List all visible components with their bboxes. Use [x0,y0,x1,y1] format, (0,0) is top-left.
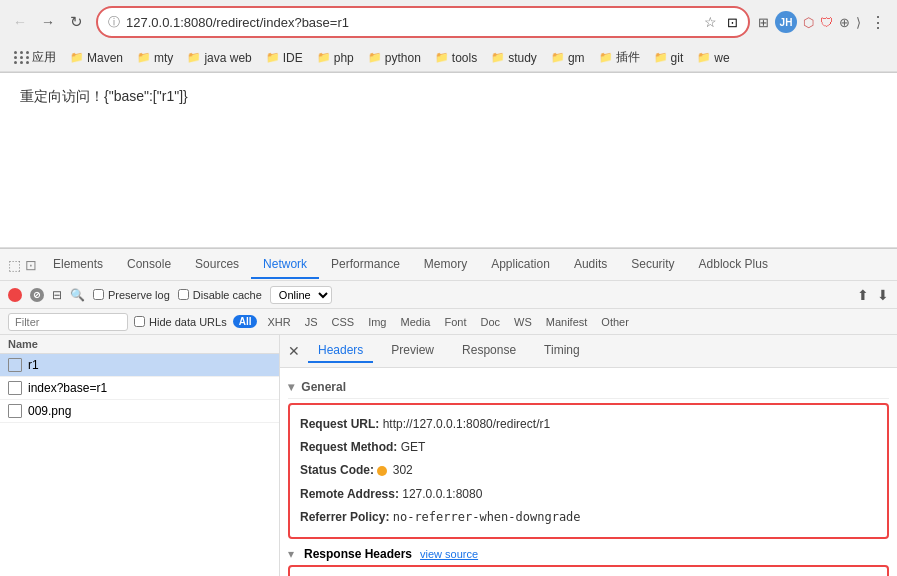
tab-performance[interactable]: Performance [319,251,412,279]
preserve-log-checkbox[interactable]: Preserve log [93,289,170,301]
filter-bar: Hide data URLs All XHR JS CSS Img Media … [0,309,897,335]
filter-font[interactable]: Font [440,315,470,329]
tab-sources[interactable]: Sources [183,251,251,279]
folder-icon: 📁 [551,51,565,64]
ext1-icon[interactable]: ⊞ [758,15,769,30]
all-filter-badge[interactable]: All [233,315,258,328]
detail-tab-headers[interactable]: Headers [308,339,373,363]
filter-img[interactable]: Img [364,315,390,329]
general-info-box: Request URL: http://127.0.0.1:8080/redir… [288,403,889,539]
user-avatar[interactable]: JH [775,11,797,33]
redirect-message: 重定向访问！{"base":["r1"]} [20,88,877,106]
collapse-icon[interactable]: ▾ [288,547,294,561]
bookmark-we[interactable]: 📁 we [691,49,735,67]
network-toolbar: ⊘ ⊟ 🔍 Preserve log Disable cache Online … [0,281,897,309]
reload-button[interactable]: ↻ [64,10,88,34]
bookmark-tools[interactable]: 📁 tools [429,49,483,67]
tab-adblock[interactable]: Adblock Plus [687,251,780,279]
detail-tab-timing[interactable]: Timing [534,339,590,363]
filter-js[interactable]: JS [301,315,322,329]
bookmark-javaweb[interactable]: 📁 java web [181,49,257,67]
view-source-link[interactable]: view source [420,548,478,560]
select-element-icon[interactable]: ⬚ [8,257,21,273]
name-column-header: Name [8,338,38,350]
tab-elements[interactable]: Elements [41,251,115,279]
import-button[interactable]: ⬆ [857,287,869,303]
qr-icon[interactable]: ⊡ [727,15,738,30]
filter-manifest[interactable]: Manifest [542,315,592,329]
tab-network[interactable]: Network [251,251,319,279]
folder-icon: 📁 [654,51,668,64]
response-headers-label: Response Headers [304,547,412,561]
ext3-icon[interactable]: 🛡 [820,15,833,30]
bookmark-maven[interactable]: 📁 Maven [64,49,129,67]
status-indicator [377,466,387,476]
detail-content: ▾ General Request URL: http://127.0.0.1:… [280,368,897,576]
address-bar[interactable] [126,15,693,30]
folder-icon: 📁 [70,51,84,64]
ext4-icon[interactable]: ⊕ [839,15,850,30]
bookmarks-bar: 应用 📁 Maven 📁 mty 📁 java web 📁 IDE 📁 php … [0,44,897,72]
detail-tab-preview[interactable]: Preview [381,339,444,363]
bookmark-gm[interactable]: 📁 gm [545,49,591,67]
bookmark-label: 插件 [616,49,640,66]
filter-other[interactable]: Other [597,315,633,329]
file-list-header: Name [0,335,279,354]
collapse-icon[interactable]: ▾ [288,380,294,394]
bookmark-star-icon[interactable]: ☆ [699,11,721,33]
export-button[interactable]: ⬇ [877,287,889,303]
device-toolbar-icon[interactable]: ⊡ [25,257,37,273]
bookmark-label: we [714,51,729,65]
file-page-icon [8,404,22,418]
bookmark-label: git [671,51,684,65]
tab-audits[interactable]: Audits [562,251,619,279]
menu-button[interactable]: ⋮ [867,11,889,33]
bookmark-plugins[interactable]: 📁 插件 [593,47,646,68]
ext5-icon[interactable]: ⟩ [856,15,861,30]
clear-button[interactable]: ⊘ [30,288,44,302]
search-button[interactable]: 🔍 [70,288,85,302]
tab-memory[interactable]: Memory [412,251,479,279]
forward-button[interactable]: → [36,10,60,34]
bookmark-label: java web [204,51,251,65]
referrer-policy-value: no-referrer-when-downgrade [393,510,581,524]
detail-close-button[interactable]: ✕ [288,343,300,359]
bookmark-label: IDE [283,51,303,65]
response-headers-box: Content-Language: zh-CN Content-Length: … [288,565,889,576]
disable-cache-checkbox[interactable]: Disable cache [178,289,262,301]
file-name: 009.png [28,404,71,418]
remote-address-value: 127.0.0.1:8080 [402,487,482,501]
bookmark-git[interactable]: 📁 git [648,49,690,67]
tab-application[interactable]: Application [479,251,562,279]
filter-button[interactable]: ⊟ [52,288,62,302]
file-item-index[interactable]: index?base=r1 [0,377,279,400]
status-code-row: Status Code: 302 [300,459,877,482]
record-button[interactable] [8,288,22,302]
file-page-icon [8,381,22,395]
hide-data-urls-checkbox[interactable]: Hide data URLs [134,316,227,328]
detail-tab-response[interactable]: Response [452,339,526,363]
info-icon: ⓘ [108,14,120,31]
filter-doc[interactable]: Doc [476,315,504,329]
apps-bookmark[interactable]: 应用 [8,47,62,68]
filter-ws[interactable]: WS [510,315,536,329]
folder-icon: 📁 [266,51,280,64]
request-url-row: Request URL: http://127.0.0.1:8080/redir… [300,413,877,436]
bookmark-study[interactable]: 📁 study [485,49,543,67]
file-item-png[interactable]: 009.png [0,400,279,423]
filter-xhr[interactable]: XHR [263,315,294,329]
general-section-label: ▾ General [288,376,889,399]
ext2-icon[interactable]: ⬡ [803,15,814,30]
back-button[interactable]: ← [8,10,32,34]
file-item-r1[interactable]: r1 [0,354,279,377]
throttle-select[interactable]: Online [270,286,332,304]
tab-console[interactable]: Console [115,251,183,279]
tab-security[interactable]: Security [619,251,686,279]
bookmark-mty[interactable]: 📁 mty [131,49,179,67]
bookmark-python[interactable]: 📁 python [362,49,427,67]
bookmark-ide[interactable]: 📁 IDE [260,49,309,67]
filter-input[interactable] [8,313,128,331]
bookmark-php[interactable]: 📁 php [311,49,360,67]
filter-css[interactable]: CSS [328,315,359,329]
filter-media[interactable]: Media [396,315,434,329]
